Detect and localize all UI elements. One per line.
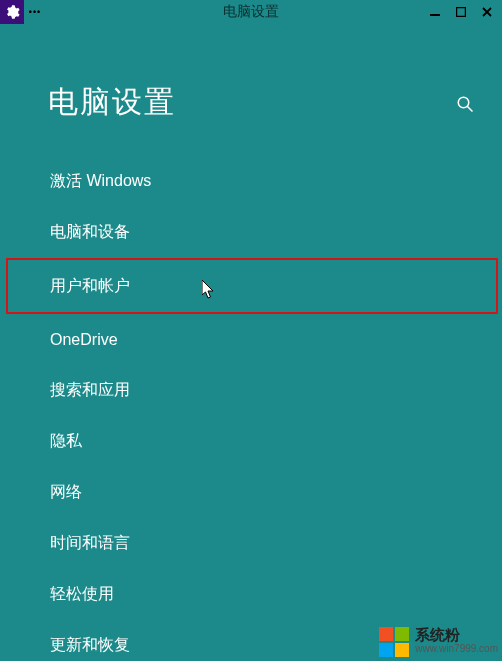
svg-rect-0 (430, 14, 440, 16)
gear-icon (4, 4, 20, 20)
menu-ease-of-access[interactable]: 轻松使用 (0, 569, 502, 620)
watermark: 系统粉 www.win7999.com (377, 625, 498, 659)
menu-item-label: 时间和语言 (50, 533, 130, 554)
maximize-button[interactable] (448, 2, 474, 22)
close-button[interactable] (474, 2, 500, 22)
menu-activate-windows[interactable]: 激活 Windows (0, 156, 502, 207)
watermark-line2: www.win7999.com (415, 642, 498, 656)
menu-item-label: 隐私 (50, 431, 82, 452)
menu-item-label: 电脑和设备 (50, 222, 130, 243)
titlebar-left: ••• (0, 0, 46, 24)
watermark-text: 系统粉 www.win7999.com (415, 628, 498, 656)
watermark-logo-icon (377, 625, 411, 659)
settings-menu: 激活 Windows 电脑和设备 用户和帐户 OneDrive 搜索和应用 隐私… (0, 156, 502, 661)
menu-item-label: 更新和恢复 (50, 635, 130, 656)
svg-line-3 (467, 106, 472, 111)
menu-item-label: 轻松使用 (50, 584, 114, 605)
menu-item-label: OneDrive (50, 331, 118, 349)
window-controls (422, 0, 500, 24)
menu-time-and-language[interactable]: 时间和语言 (0, 518, 502, 569)
minimize-button[interactable] (422, 2, 448, 22)
menu-item-label: 用户和帐户 (50, 276, 130, 297)
watermark-line1: 系统粉 (415, 628, 498, 642)
menu-network[interactable]: 网络 (0, 467, 502, 518)
search-button[interactable] (456, 95, 474, 113)
menu-pc-and-devices[interactable]: 电脑和设备 (0, 207, 502, 258)
page-title: 电脑设置 (48, 82, 176, 123)
menu-privacy[interactable]: 隐私 (0, 416, 502, 467)
system-menu-dots[interactable]: ••• (24, 7, 46, 17)
svg-rect-1 (457, 8, 466, 17)
menu-item-label: 网络 (50, 482, 82, 503)
menu-users-and-accounts[interactable]: 用户和帐户 (6, 258, 498, 314)
cursor-icon (202, 280, 216, 300)
window-titlebar: ••• 电脑设置 (0, 0, 502, 24)
menu-item-label: 激活 Windows (50, 171, 151, 192)
app-icon[interactable] (0, 0, 24, 24)
app-body: 电脑设置 激活 Windows 电脑和设备 用户和帐户 OneDrive 搜索和… (0, 24, 502, 661)
menu-item-label: 搜索和应用 (50, 380, 130, 401)
svg-point-2 (458, 97, 469, 108)
menu-search-and-apps[interactable]: 搜索和应用 (0, 365, 502, 416)
search-icon (456, 95, 474, 113)
menu-onedrive[interactable]: OneDrive (0, 314, 502, 365)
